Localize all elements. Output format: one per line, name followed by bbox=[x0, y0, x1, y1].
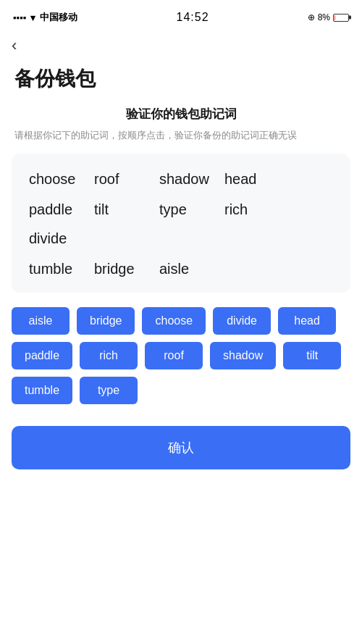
section-heading: 验证你的钱包助记词 bbox=[0, 106, 362, 122]
display-word-shadow: shadow bbox=[159, 168, 224, 190]
confirm-button[interactable]: 确认 bbox=[12, 426, 350, 469]
sync-icon: ⊕ bbox=[308, 12, 315, 22]
word-button-bridge[interactable]: bridge bbox=[77, 307, 135, 335]
word-button-paddle[interactable]: paddle bbox=[12, 342, 72, 369]
word-button-choose[interactable]: choose bbox=[142, 307, 206, 335]
word-buttons-grid: aisle bridge choose divide head paddle r… bbox=[12, 307, 350, 404]
display-word-divide: divide bbox=[29, 227, 94, 249]
word-button-head[interactable]: head bbox=[278, 307, 336, 335]
status-bar: ▪▪▪▪ ▾ 中国移动 14:52 ⊕ 8% bbox=[0, 0, 362, 32]
display-word-tilt: tilt bbox=[94, 198, 159, 220]
wifi-icon: ▾ bbox=[30, 12, 35, 23]
word-button-type[interactable]: type bbox=[80, 377, 138, 404]
page-title: 备份钱包 bbox=[0, 59, 362, 106]
word-buttons-area: aisle bridge choose divide head paddle r… bbox=[0, 307, 362, 419]
display-word-aisle: aisle bbox=[159, 258, 224, 280]
status-right: ⊕ 8% bbox=[308, 12, 349, 22]
battery-icon bbox=[333, 14, 349, 22]
word-button-rich[interactable]: rich bbox=[80, 342, 138, 369]
battery-percent: 8% bbox=[318, 12, 330, 22]
display-word-head: head bbox=[224, 168, 290, 190]
display-word-bridge: bridge bbox=[94, 258, 159, 280]
word-row-1: choose roof shadow head bbox=[29, 168, 333, 190]
display-word-tumble: tumble bbox=[29, 258, 94, 280]
word-button-shadow[interactable]: shadow bbox=[210, 342, 276, 369]
section-desc: 请根据你记下的助记词，按顺序点击，验证你备份的助记词正确无误 bbox=[0, 128, 362, 154]
display-word-choose: choose bbox=[29, 168, 94, 190]
back-button[interactable]: ‹ bbox=[12, 38, 17, 54]
word-display-area: choose roof shadow head paddle tilt type… bbox=[12, 154, 350, 293]
word-row-3: tumble bridge aisle bbox=[29, 258, 333, 280]
word-button-roof[interactable]: roof bbox=[145, 342, 203, 369]
word-button-divide[interactable]: divide bbox=[213, 307, 271, 335]
display-word-rich: rich bbox=[224, 198, 290, 220]
word-row-2: paddle tilt type rich divide bbox=[29, 198, 333, 249]
signal-icon: ▪▪▪▪ bbox=[13, 12, 26, 23]
word-button-tilt[interactable]: tilt bbox=[283, 342, 341, 369]
word-button-tumble[interactable]: tumble bbox=[12, 377, 72, 404]
nav-bar: ‹ bbox=[0, 32, 362, 59]
carrier-signal: ▪▪▪▪ ▾ 中国移动 bbox=[13, 11, 77, 24]
word-button-aisle[interactable]: aisle bbox=[12, 307, 70, 335]
carrier-name: 中国移动 bbox=[40, 11, 77, 24]
confirm-area: 确认 bbox=[0, 419, 362, 484]
display-word-roof: roof bbox=[94, 168, 159, 190]
clock: 14:52 bbox=[177, 11, 209, 24]
display-word-type: type bbox=[159, 198, 224, 220]
display-word-paddle: paddle bbox=[29, 198, 94, 220]
